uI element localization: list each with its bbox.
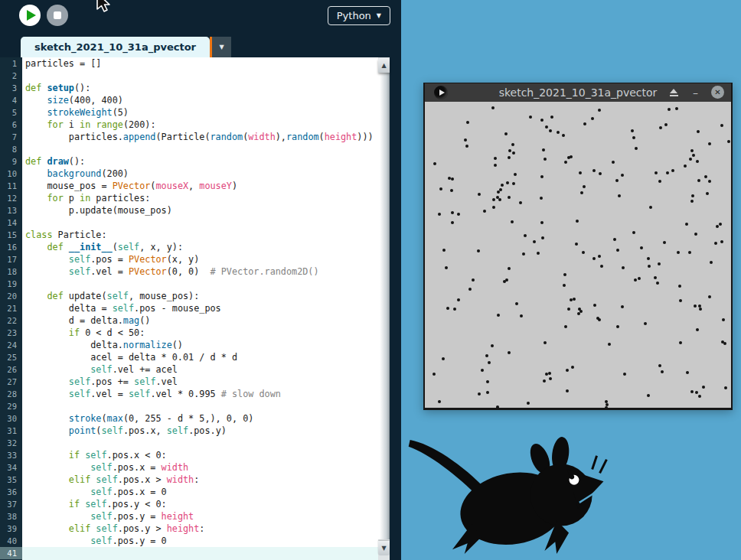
particle-dot	[622, 266, 625, 270]
scrollbar-up-button[interactable]: ▲	[378, 58, 390, 73]
particle-dot	[710, 261, 713, 265]
particle-dot	[563, 284, 566, 288]
particle-dot	[598, 109, 602, 112]
code-line: particles.append(Particle(random(width),…	[25, 131, 374, 143]
sketch-canvas[interactable]	[425, 102, 731, 408]
line-number: 5	[0, 106, 22, 119]
tab-bar: sketch_2021_10_31a_pvector ▼	[0, 35, 401, 57]
code-line: size(400, 400)	[25, 94, 123, 106]
code-line: self.pos = PVector(x, y)	[25, 253, 199, 265]
line-number: 26	[0, 363, 22, 376]
line-number: 29	[0, 400, 22, 412]
line-number: 8	[0, 143, 22, 155]
particle-dot	[571, 366, 575, 370]
particle-dot	[453, 308, 457, 311]
run-button[interactable]	[19, 5, 41, 26]
particle-dot	[494, 157, 498, 161]
particle-dot	[575, 243, 579, 246]
particle-dot	[496, 405, 500, 408]
particle-dot	[477, 249, 481, 253]
particle-dot	[704, 175, 708, 179]
particle-dot	[508, 267, 511, 271]
particle-dot	[498, 198, 502, 202]
particle-dot	[668, 108, 671, 112]
line-number: 19	[0, 278, 22, 290]
current-line-highlight	[22, 547, 378, 560]
particle-dot	[576, 220, 579, 223]
particle-dot	[457, 298, 461, 302]
mode-selector-button[interactable]: Python ▼	[328, 6, 390, 25]
particle-dot	[583, 185, 586, 189]
particle-dot	[486, 380, 490, 384]
particle-dot	[635, 147, 638, 151]
particle-dot	[690, 390, 694, 394]
particle-dot	[544, 341, 547, 345]
particle-dot	[537, 252, 540, 256]
mouse-pupil	[570, 474, 574, 479]
particle-dot	[465, 145, 469, 148]
particle-dot	[583, 122, 587, 126]
particle-dot	[451, 211, 455, 215]
editor-scrollbar[interactable]: ▲ ▼	[378, 57, 390, 560]
line-number: 14	[0, 217, 22, 229]
desktop: Python ▼ sketch_2021_10_31a_pvector ▼ 12…	[0, 0, 741, 560]
particle-dot	[692, 154, 696, 158]
particle-dot	[708, 295, 712, 299]
line-number: 39	[0, 523, 22, 535]
line-number: 27	[0, 376, 22, 388]
code-line: self.vel = PVector(0, 0) # PVector.rando…	[25, 265, 319, 278]
particle-dot	[492, 206, 496, 210]
code-editor[interactable]: 1234567891011121314151617181920212223242…	[0, 57, 401, 560]
maximize-icon[interactable]	[669, 89, 679, 96]
particle-dot	[661, 370, 664, 374]
line-number: 24	[0, 339, 22, 351]
particle-dot	[621, 174, 625, 177]
particle-dot	[689, 158, 693, 161]
tab-sketch[interactable]: sketch_2021_10_31a_pvector	[21, 37, 210, 57]
code-line: delta = self.pos - mouse_pos	[25, 302, 221, 314]
particle-dot	[542, 148, 546, 152]
particle-dot	[697, 130, 700, 134]
particle-dot	[722, 318, 726, 322]
scrollbar-thumb[interactable]	[378, 73, 390, 539]
line-number: 4	[0, 94, 22, 106]
close-icon[interactable]: ✕	[711, 86, 724, 99]
line-number: 2	[0, 70, 22, 82]
code-line: self.vel = self.vel * 0.995 # slow down	[25, 388, 281, 400]
particle-dot	[564, 325, 568, 329]
particle-dot	[591, 117, 595, 121]
tab-menu-button[interactable]: ▼	[212, 37, 231, 57]
particle-dot	[708, 180, 712, 184]
particle-dot	[483, 210, 487, 213]
particle-dot	[497, 190, 501, 194]
particle-dot	[508, 351, 511, 355]
particle-dot	[544, 158, 547, 161]
line-number: 40	[0, 535, 22, 547]
line-number: 25	[0, 351, 22, 363]
stop-icon	[54, 11, 61, 19]
particle-dot	[438, 400, 442, 404]
particle-dot	[631, 129, 635, 133]
particle-dot	[648, 265, 651, 269]
particle-dot	[696, 328, 700, 332]
scrollbar-down-button[interactable]: ▼	[378, 541, 390, 555]
line-number: 15	[0, 229, 22, 241]
code-area[interactable]: particles = []def setup(): size(400, 400…	[22, 57, 378, 560]
stop-button[interactable]	[47, 5, 68, 26]
minimize-icon[interactable]: –	[693, 86, 698, 99]
particle-dot	[613, 238, 617, 242]
particle-dot	[540, 197, 544, 200]
code-line: self.pos.y = 0	[25, 535, 167, 547]
line-number: 23	[0, 327, 22, 339]
particle-dot	[598, 255, 602, 259]
code-line: background(200)	[25, 168, 129, 180]
line-number: 32	[0, 437, 22, 449]
particle-dot	[501, 184, 504, 187]
particle-dot	[675, 107, 679, 111]
particle-dot	[666, 171, 670, 175]
particle-dot	[520, 314, 524, 318]
particle-dot	[708, 142, 712, 146]
line-number: 34	[0, 461, 22, 474]
sketch-titlebar[interactable]: sketch_2021_10_31a_pvector – ✕	[425, 83, 731, 102]
particle-dot	[512, 151, 516, 155]
